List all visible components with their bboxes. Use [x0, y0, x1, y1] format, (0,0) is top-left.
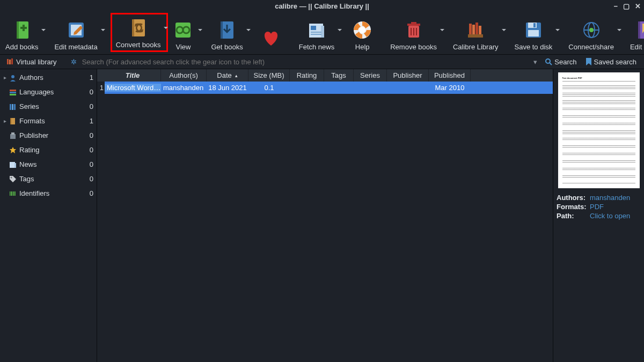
- edit-book-button[interactable]: Edit book: [627, 17, 644, 52]
- svg-point-61: [11, 176, 12, 178]
- svg-rect-65: [13, 191, 14, 196]
- details-path-link[interactable]: Click to open: [590, 212, 630, 220]
- sidebar-item-rating[interactable]: Rating0: [0, 143, 97, 157]
- sidebar-item-languages[interactable]: Languages0: [0, 85, 97, 99]
- svg-rect-43: [7, 59, 9, 64]
- book-table-header[interactable]: Title Author(s) Date▴ Size (MB) Rating T…: [97, 69, 553, 82]
- book-details-pane: Test document PDF Authors:manshanden For…: [553, 69, 644, 362]
- svg-rect-50: [10, 92, 16, 93]
- svg-rect-30: [475, 23, 478, 34]
- svg-rect-44: [9, 60, 11, 64]
- window-title: calibre — || Calibre Library ||: [275, 2, 369, 10]
- details-formats-link[interactable]: PDF: [590, 203, 604, 211]
- search-row: Virtual library ✲ ▾ Search Saved search: [0, 54, 644, 69]
- svg-rect-1: [17, 21, 19, 39]
- svg-rect-45: [11, 58, 13, 64]
- cover-thumbnail[interactable]: Test document PDF: [558, 72, 640, 188]
- help-button[interactable]: Help: [347, 17, 377, 52]
- donate-button[interactable]: [256, 25, 286, 52]
- get-books-button[interactable]: Get books: [208, 17, 246, 52]
- edit-metadata-button[interactable]: Edit metadata: [51, 17, 100, 52]
- view-button[interactable]: View: [168, 17, 198, 52]
- window-close-icon[interactable]: ✕: [635, 2, 641, 10]
- saved-search-button[interactable]: Saved search: [581, 58, 641, 66]
- svg-rect-35: [528, 30, 539, 36]
- search-input[interactable]: [80, 56, 531, 68]
- svg-rect-34: [533, 23, 536, 27]
- svg-rect-64: [12, 191, 13, 196]
- svg-line-47: [550, 63, 552, 65]
- svg-point-39: [589, 28, 594, 32]
- svg-rect-56: [10, 118, 11, 124]
- svg-rect-49: [10, 90, 16, 91]
- calibre-library-button[interactable]: Calibre Library: [450, 17, 502, 52]
- window-maximize-icon[interactable]: ▢: [623, 2, 630, 10]
- svg-rect-23: [411, 22, 416, 24]
- convert-books-button[interactable]: Convert books: [113, 15, 164, 50]
- sidebar-item-authors[interactable]: ▸Authors1: [0, 70, 97, 85]
- svg-rect-51: [10, 94, 16, 95]
- window-titlebar: calibre — || Calibre Library || − ▢ ✕: [0, 0, 644, 12]
- svg-point-48: [11, 75, 14, 78]
- remove-books-button[interactable]: Remove books: [387, 17, 440, 52]
- svg-rect-57: [10, 134, 16, 139]
- sidebar-item-series[interactable]: Series0: [0, 99, 97, 114]
- svg-rect-60: [14, 163, 16, 168]
- fetch-news-button[interactable]: Fetch news: [296, 17, 338, 52]
- svg-rect-13: [221, 21, 223, 39]
- svg-rect-58: [11, 132, 14, 135]
- svg-rect-18: [311, 34, 321, 35]
- sidebar-item-identifiers[interactable]: Identifiers0: [0, 186, 97, 201]
- sidebar-item-tags[interactable]: Tags0: [0, 172, 97, 186]
- connect-share-button[interactable]: Connect/share: [565, 17, 617, 52]
- book-table-body[interactable]: 1 Microsoft Word… manshanden 18 Jun 2021…: [97, 82, 553, 362]
- sidebar-item-publisher[interactable]: Publisher0: [0, 128, 97, 143]
- svg-rect-59: [10, 162, 15, 168]
- save-to-disk-button[interactable]: Save to disk: [511, 17, 556, 52]
- svg-point-46: [546, 59, 550, 63]
- svg-rect-29: [472, 25, 475, 34]
- svg-rect-28: [469, 24, 472, 34]
- sidebar-item-news[interactable]: News0: [0, 157, 97, 172]
- svg-rect-63: [11, 191, 12, 196]
- svg-rect-27: [468, 34, 483, 38]
- svg-rect-17: [311, 32, 321, 33]
- svg-rect-52: [10, 104, 11, 110]
- svg-rect-3: [23, 25, 25, 31]
- svg-rect-7: [132, 19, 134, 36]
- svg-rect-66: [15, 191, 16, 196]
- svg-rect-31: [479, 26, 481, 34]
- svg-rect-53: [12, 104, 13, 110]
- virtual-library-button[interactable]: Virtual library: [3, 58, 60, 66]
- svg-rect-62: [10, 191, 10, 196]
- details-authors-link[interactable]: manshanden: [590, 194, 630, 202]
- svg-rect-16: [311, 26, 316, 30]
- tag-browser-sidebar: ▸Authors1 Languages0 Series0 ▸Formats1 P…: [0, 69, 97, 362]
- search-button[interactable]: Search: [540, 58, 581, 66]
- main-toolbar: Add books Edit metadata Convert books Vi…: [0, 12, 644, 54]
- sidebar-item-formats[interactable]: ▸Formats1: [0, 114, 97, 128]
- svg-point-20: [359, 27, 365, 33]
- add-books-button[interactable]: Add books: [2, 17, 41, 52]
- svg-rect-54: [14, 104, 16, 110]
- search-dropdown-icon[interactable]: ▾: [533, 58, 537, 66]
- table-row[interactable]: 1 Microsoft Word… manshanden 18 Jun 2021…: [97, 82, 553, 94]
- search-settings-icon[interactable]: ✲: [71, 58, 77, 66]
- window-minimize-icon[interactable]: −: [613, 2, 618, 10]
- svg-rect-41: [638, 21, 640, 39]
